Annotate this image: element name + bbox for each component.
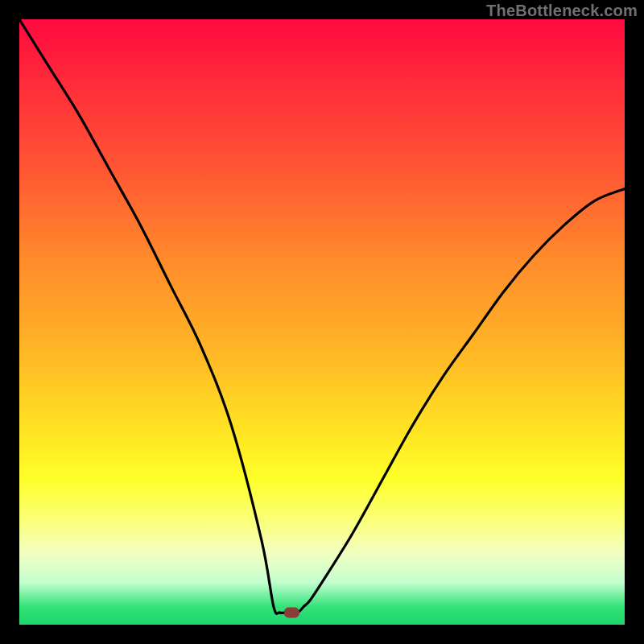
watermark-label: TheBottleneck.com xyxy=(486,2,638,20)
min-point-marker xyxy=(284,608,299,617)
bottleneck-curve xyxy=(19,19,625,613)
plot-area xyxy=(19,19,625,625)
curve-chart xyxy=(19,19,625,625)
chart-frame: TheBottleneck.com xyxy=(0,0,644,644)
